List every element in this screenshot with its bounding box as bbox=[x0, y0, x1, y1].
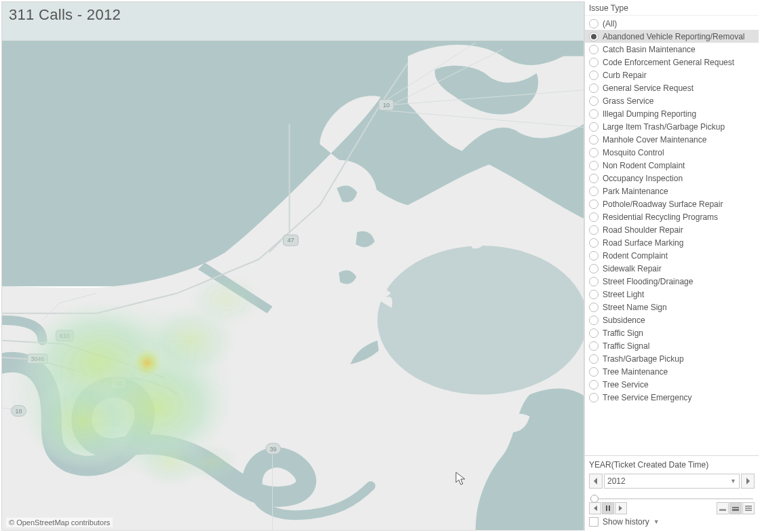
issue-type-label: Large Item Trash/Garbage Pickup bbox=[603, 122, 725, 132]
issue-type-option[interactable]: Catch Basin Maintenance bbox=[585, 43, 759, 56]
issue-type-list: (All)Abandoned Vehicle Reporting/Removal… bbox=[585, 16, 759, 455]
issue-type-option[interactable]: Occupancy Inspection bbox=[585, 172, 759, 185]
issue-type-label: Residential Recycling Programs bbox=[603, 212, 718, 222]
year-select[interactable]: 2012 ▼ bbox=[604, 474, 740, 489]
issue-type-label: (All) bbox=[603, 19, 617, 28]
issue-type-option[interactable]: Pothole/Roadway Surface Repair bbox=[585, 197, 759, 210]
issue-type-option[interactable]: Road Shoulder Repair bbox=[585, 223, 759, 236]
issue-type-label: Rodent Complaint bbox=[603, 251, 668, 261]
issue-type-option[interactable]: Large Item Trash/Garbage Pickup bbox=[585, 120, 759, 133]
issue-type-option[interactable]: Code Enforcement General Request bbox=[585, 56, 759, 69]
issue-type-option[interactable]: Park Maintenance bbox=[585, 185, 759, 197]
issue-type-option[interactable]: Rodent Complaint bbox=[585, 249, 759, 262]
year-panel: YEAR(Ticket Created Date Time) 2012 ▼ bbox=[585, 455, 759, 531]
slider-thumb[interactable] bbox=[590, 495, 598, 503]
radio-icon bbox=[589, 122, 598, 132]
issue-type-label: Catch Basin Maintenance bbox=[603, 45, 696, 54]
issue-type-option[interactable]: Street Name Sign bbox=[585, 301, 759, 314]
issue-type-option[interactable]: Trash/Garbage Pickup bbox=[585, 352, 759, 365]
year-slider[interactable] bbox=[590, 493, 753, 501]
issue-type-label: Park Maintenance bbox=[603, 187, 668, 196]
year-next-button[interactable] bbox=[741, 474, 755, 489]
issue-type-option[interactable]: (All) bbox=[585, 17, 759, 30]
route-shield: 47 bbox=[284, 235, 299, 246]
speed-med-button[interactable] bbox=[729, 502, 742, 514]
play-forward-button[interactable] bbox=[615, 502, 627, 514]
issue-type-option[interactable]: Residential Recycling Programs bbox=[585, 210, 759, 223]
map-attribution: © OpenStreetMap contributors bbox=[6, 518, 113, 527]
chevron-down-icon: ▼ bbox=[730, 478, 736, 484]
issue-type-option[interactable]: Abandoned Vehicle Reporting/Removal bbox=[585, 30, 759, 43]
year-prev-button[interactable] bbox=[589, 474, 603, 489]
radio-icon bbox=[589, 161, 598, 170]
radio-icon bbox=[589, 200, 598, 209]
radio-icon bbox=[589, 277, 598, 286]
svg-point-21 bbox=[188, 273, 263, 327]
speed-fast-button[interactable] bbox=[742, 502, 755, 514]
show-history-toggle[interactable]: Show history ▼ bbox=[589, 517, 755, 527]
svg-rect-28 bbox=[732, 509, 739, 511]
issue-type-option[interactable]: Road Surface Marking bbox=[585, 236, 759, 249]
issue-type-option[interactable]: Curb Repair bbox=[585, 69, 759, 81]
radio-icon bbox=[589, 316, 598, 325]
radio-icon bbox=[589, 187, 598, 196]
issue-type-label: Pothole/Roadway Surface Repair bbox=[603, 200, 723, 209]
year-header: YEAR(Ticket Created Date Time) bbox=[589, 460, 755, 471]
svg-rect-29 bbox=[732, 507, 739, 508]
radio-icon bbox=[589, 19, 598, 28]
issue-type-option[interactable]: Traffic Sign bbox=[585, 326, 759, 339]
svg-text:47: 47 bbox=[288, 237, 294, 244]
pause-button[interactable] bbox=[602, 502, 614, 514]
issue-type-label: Non Rodent Complaint bbox=[603, 161, 685, 170]
svg-rect-30 bbox=[745, 510, 752, 511]
issue-type-option[interactable]: Tree Service bbox=[585, 378, 759, 391]
issue-type-option[interactable]: General Service Request bbox=[585, 81, 759, 94]
issue-type-label: Subsidence bbox=[603, 316, 645, 325]
map-canvas[interactable]: 10 47 610 3046 18 39 10 bbox=[2, 2, 584, 530]
play-back-button[interactable] bbox=[589, 502, 601, 514]
issue-type-label: Tree Maintenance bbox=[603, 367, 668, 377]
issue-type-label: Curb Repair bbox=[603, 71, 647, 80]
svg-rect-32 bbox=[745, 506, 752, 507]
issue-type-option[interactable]: Street Light bbox=[585, 288, 759, 301]
radio-icon bbox=[589, 251, 598, 261]
radio-icon bbox=[589, 212, 598, 222]
radio-icon bbox=[589, 290, 598, 299]
issue-type-label: General Service Request bbox=[603, 83, 694, 93]
speed-slow-button[interactable] bbox=[717, 502, 729, 514]
issue-type-label: Traffic Signal bbox=[603, 341, 649, 351]
issue-type-label: Street Name Sign bbox=[603, 303, 667, 312]
issue-type-option[interactable]: Mosquito Control bbox=[585, 146, 759, 159]
issue-type-option[interactable]: Sidewalk Repair bbox=[585, 262, 759, 275]
checkbox-icon bbox=[589, 517, 598, 527]
issue-type-label: Sidewalk Repair bbox=[603, 264, 662, 273]
issue-type-label: Trash/Garbage Pickup bbox=[603, 354, 684, 364]
issue-type-option[interactable]: Traffic Signal bbox=[585, 339, 759, 352]
radio-icon bbox=[589, 393, 598, 402]
svg-rect-26 bbox=[609, 506, 610, 511]
radio-icon bbox=[589, 367, 598, 377]
issue-type-option[interactable]: Subsidence bbox=[585, 314, 759, 326]
issue-type-option[interactable]: Street Flooding/Drainage bbox=[585, 275, 759, 288]
map-pane[interactable]: 311 Calls - 2012 bbox=[1, 1, 584, 531]
issue-type-label: Street Light bbox=[603, 290, 644, 299]
radio-icon bbox=[589, 58, 598, 67]
issue-type-option[interactable]: Tree Maintenance bbox=[585, 365, 759, 378]
radio-icon bbox=[589, 109, 598, 119]
svg-point-24 bbox=[130, 345, 165, 381]
issue-type-label: Mosquito Control bbox=[603, 148, 664, 157]
issue-type-option[interactable]: Manhole Cover Maintenance bbox=[585, 133, 759, 146]
issue-type-label: Road Shoulder Repair bbox=[603, 225, 683, 235]
radio-icon bbox=[589, 354, 598, 364]
issue-type-option[interactable]: Tree Service Emergency bbox=[585, 391, 759, 404]
radio-icon bbox=[589, 225, 598, 235]
svg-rect-27 bbox=[719, 509, 726, 511]
radio-icon bbox=[589, 45, 598, 54]
issue-type-label: Street Flooding/Drainage bbox=[603, 277, 693, 286]
issue-type-option[interactable]: Non Rodent Complaint bbox=[585, 159, 759, 172]
issue-type-option[interactable]: Illegal Dumping Reporting bbox=[585, 107, 759, 120]
radio-icon bbox=[589, 135, 598, 145]
issue-type-option[interactable]: Grass Service bbox=[585, 94, 759, 107]
year-value: 2012 bbox=[607, 476, 626, 486]
radio-icon bbox=[589, 238, 598, 248]
